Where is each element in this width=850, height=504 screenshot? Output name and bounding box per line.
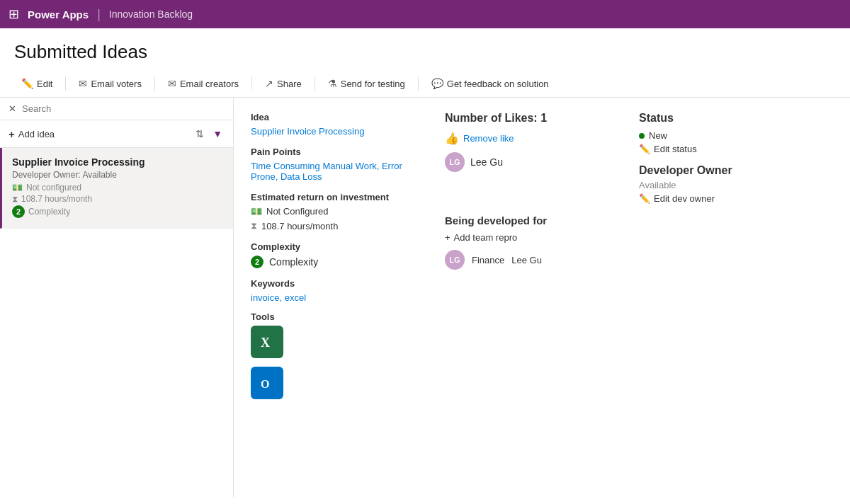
- share-button[interactable]: ↗ Share: [258, 74, 309, 93]
- detail-column: Idea Supplier Invoice Processing Pain Po…: [251, 112, 445, 483]
- thumbs-up-icon: 👍: [445, 132, 459, 145]
- send-testing-icon: ⚗: [328, 78, 337, 89]
- edit-icon: ✏️: [21, 78, 33, 89]
- divider-5: [418, 76, 419, 91]
- complexity-heading: Complexity: [251, 241, 431, 252]
- voter-avatar: LG: [445, 152, 465, 172]
- divider-2: [154, 76, 155, 91]
- email-voters-icon: ✉: [79, 78, 87, 89]
- plus-team-icon: +: [445, 232, 450, 243]
- search-input[interactable]: [22, 103, 225, 114]
- plus-icon: +: [8, 128, 15, 140]
- money-icon-detail: 💵: [251, 206, 262, 217]
- status-dot: [639, 133, 645, 139]
- edit-status-button[interactable]: ✏️ Edit status: [639, 144, 697, 154]
- voter-row: LG Lee Gu: [445, 152, 625, 172]
- dev-owner-value: Available: [639, 180, 833, 190]
- edit-button[interactable]: ✏️ Edit: [14, 74, 60, 93]
- divider-3: [251, 76, 252, 91]
- right-panel: Idea Supplier Invoice Processing Pain Po…: [234, 98, 850, 497]
- complexity-row: 2 Complexity: [251, 256, 431, 268]
- tool-outlook-icon: O: [251, 367, 283, 399]
- likes-heading: Number of Likes: 1: [445, 112, 625, 125]
- app-name: Power Apps: [28, 8, 89, 21]
- search-clear-icon[interactable]: ✕: [8, 103, 16, 114]
- right-column: Status New ✏️ Edit status Developer Owne…: [639, 112, 833, 483]
- list-item-subtitle: Developer Owner: Available: [12, 170, 223, 180]
- pain-points-value: Time Consuming Manual Work, Error Prone,…: [251, 161, 431, 182]
- email-voters-button[interactable]: ✉ Email voters: [72, 74, 149, 93]
- status-heading: Status: [639, 112, 833, 125]
- share-icon: ↗: [265, 78, 273, 89]
- add-bar: + Add idea ⇅ ▼: [0, 120, 233, 148]
- complexity-badge: 2: [12, 205, 25, 218]
- sort-button[interactable]: ⇅: [193, 126, 206, 142]
- topbar-separator: |: [97, 7, 101, 22]
- roi-not-configured: 💵 Not Configured: [251, 206, 431, 217]
- list-item-meta-hours: ⧗ 108.7 hours/month: [12, 194, 223, 204]
- team-name: Lee Gu: [511, 255, 542, 265]
- keywords-value: invoice, excel: [251, 292, 431, 303]
- filter-button[interactable]: ▼: [210, 126, 225, 142]
- complexity-badge-detail: 2: [251, 256, 264, 268]
- list-item-meta-complexity: 2 Complexity: [12, 205, 223, 218]
- add-idea-button[interactable]: + Add idea: [8, 128, 189, 140]
- left-panel: ✕ + Add idea ⇅ ▼ Supplier Invoice Proces…: [0, 98, 234, 497]
- roi-heading: Estimated return on investment: [251, 192, 431, 202]
- send-testing-button[interactable]: ⚗ Send for testing: [321, 74, 412, 93]
- list-item[interactable]: Supplier Invoice Processing Developer Ow…: [0, 148, 233, 229]
- tools-heading: Tools: [251, 311, 431, 322]
- idea-value[interactable]: Supplier Invoice Processing: [251, 126, 431, 137]
- list-item-meta-notconfigured: 💵 Not configured: [12, 183, 223, 193]
- pain-points-heading: Pain Points: [251, 147, 431, 157]
- status-row: New: [639, 130, 833, 141]
- roi-hours: ⧗ 108.7 hours/month: [251, 220, 431, 231]
- excel-svg: X: [257, 332, 277, 352]
- hourglass-icon-detail: ⧗: [251, 220, 257, 231]
- middle-column: Number of Likes: 1 👍 Remove like LG Lee …: [445, 112, 639, 483]
- divider-1: [65, 76, 66, 91]
- team-avatar: LG: [445, 250, 465, 270]
- status-value: New: [649, 130, 667, 141]
- main-layout: ✕ + Add idea ⇅ ▼ Supplier Invoice Proces…: [0, 98, 850, 497]
- voter-name: Lee Gu: [470, 156, 503, 168]
- tool-excel-icon: X: [251, 326, 283, 358]
- topbar-page-name: Innovation Backlog: [109, 8, 193, 20]
- add-team-button[interactable]: + Add team repro: [445, 232, 517, 243]
- svg-text:O: O: [261, 378, 269, 390]
- hourglass-icon: ⧗: [12, 194, 18, 204]
- page-title: Submitted Ideas: [14, 41, 836, 63]
- outlook-svg: O: [257, 373, 277, 393]
- money-icon: 💵: [12, 183, 23, 193]
- dev-owner-heading: Developer Owner: [639, 164, 833, 177]
- email-creators-button[interactable]: ✉ Email creators: [161, 74, 246, 93]
- topbar: ⊞ Power Apps | Innovation Backlog: [0, 0, 850, 28]
- divider-4: [314, 76, 315, 91]
- email-creators-icon: ✉: [168, 78, 176, 89]
- team-dept: Finance: [472, 255, 504, 265]
- search-bar: ✕: [0, 98, 233, 120]
- svg-text:X: X: [261, 336, 270, 350]
- edit-dev-icon: ✏️: [639, 193, 650, 204]
- team-row: LG Finance Lee Gu: [445, 250, 625, 270]
- edit-status-icon: ✏️: [639, 144, 650, 154]
- remove-like-button[interactable]: 👍 Remove like: [445, 132, 514, 145]
- toolbar: ✏️ Edit ✉ Email voters ✉ Email creators …: [0, 70, 850, 98]
- page-title-area: Submitted Ideas: [0, 28, 850, 70]
- list-item-title: Supplier Invoice Processing: [12, 156, 223, 168]
- idea-heading: Idea: [251, 112, 431, 122]
- edit-dev-owner-button[interactable]: ✏️ Edit dev owner: [639, 193, 715, 204]
- get-feedback-icon: 💬: [431, 78, 443, 89]
- grid-icon[interactable]: ⊞: [8, 6, 19, 22]
- get-feedback-button[interactable]: 💬 Get feedback on solution: [424, 74, 556, 93]
- keywords-heading: Keywords: [251, 278, 431, 289]
- being-developed-heading: Being developed for: [445, 214, 625, 227]
